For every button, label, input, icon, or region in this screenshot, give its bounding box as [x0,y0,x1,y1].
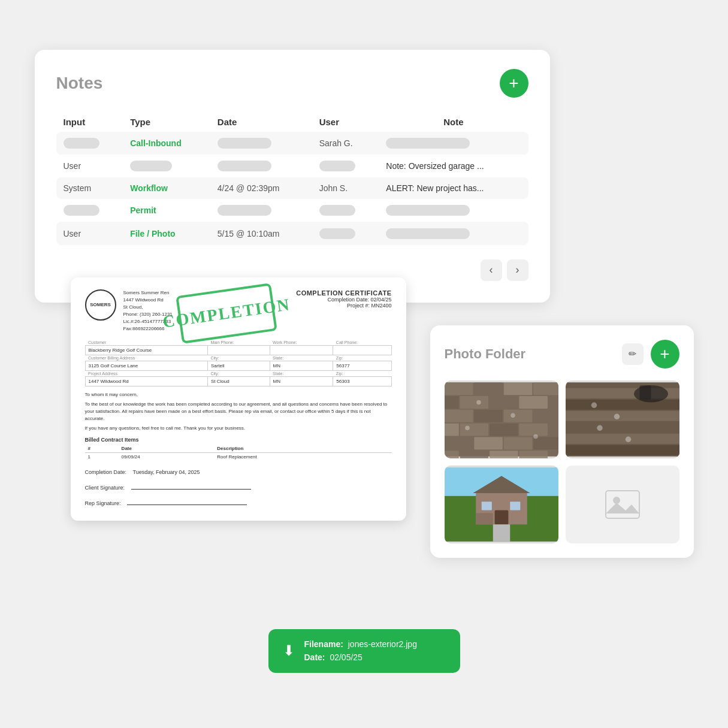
table-row: User File / Photo 5/15 @ 10:10am [56,222,528,244]
cell-input: User [56,222,123,244]
svg-rect-14 [460,423,488,436]
company-logo: SOMERS [85,289,116,321]
svg-rect-11 [503,409,532,422]
svg-rect-8 [519,396,548,409]
customer-table: Customer Main Phone: Work Phone: Call Ph… [85,340,392,386]
cell-note: Note: Oversized garage ... [379,155,528,177]
svg-rect-12 [533,409,558,422]
cell-user [312,222,379,244]
svg-rect-23 [490,451,518,458]
notes-card: Notes + Input Type Date User Note Call-I… [35,50,550,303]
svg-rect-22 [460,451,488,458]
col-user: User [312,112,379,132]
cell-type [123,155,210,177]
cell-date: 5/15 @ 10:10am [210,222,312,244]
photo-thumb-1[interactable] [445,380,558,458]
svg-rect-35 [566,445,679,455]
svg-rect-13 [445,423,459,436]
cell-date [210,132,312,155]
cell-note [379,132,528,155]
svg-rect-15 [490,423,518,436]
svg-rect-10 [474,409,503,422]
pencil-icon: ✏ [629,348,636,360]
svg-rect-4 [533,382,558,395]
notes-title: Notes [56,74,103,93]
svg-rect-17 [445,437,473,449]
svg-point-27 [465,425,470,430]
cell-type: Call-Inbound [123,132,210,155]
table-row: User Note: Oversized garage ... [56,155,528,177]
svg-rect-1 [445,382,473,395]
next-page-button[interactable]: › [507,259,528,281]
main-container: Notes + Input Type Date User Note Call-I… [35,50,694,679]
svg-point-38 [591,402,597,408]
svg-rect-7 [490,396,518,409]
cell-input [56,132,123,155]
billed-items-table: # Date Description 1 09/09/24 Roof Repla… [85,445,392,461]
col-date: Date [210,112,312,132]
notes-header: Notes + [56,69,528,98]
svg-rect-48 [510,502,520,510]
col-note: Note [379,112,528,132]
col-input: Input [56,112,123,132]
cell-input: System [56,177,123,199]
svg-rect-19 [503,437,532,449]
svg-point-25 [476,400,481,404]
completion-document: SOMERS Somers Summer Ren 1447 Wildwood R… [71,277,406,521]
file-info-text: Filename: jones-exterior2.jpg Date: 02/0… [304,638,417,664]
svg-point-40 [597,425,603,431]
add-note-button[interactable]: + [500,69,528,98]
photo-thumb-3[interactable] [445,466,558,543]
cell-date: 4/24 @ 02:39pm [210,177,312,199]
table-header-row: Input Type Date User Note [56,112,528,132]
svg-rect-50 [493,524,510,542]
svg-rect-9 [445,409,473,422]
svg-rect-3 [503,382,532,395]
table-row: Call-Inbound Sarah G. [56,132,528,155]
doc-title-block: COMPLETION CERTIFICATE Completion Date: … [296,289,391,309]
svg-rect-21 [445,451,459,458]
photo-folder-header: Photo Folder ✏ + [445,340,679,368]
svg-rect-20 [533,437,558,449]
prev-page-button[interactable]: ‹ [481,259,502,281]
cell-input [56,199,123,222]
image-placeholder-icon [605,490,641,519]
cell-note [379,199,528,222]
cell-type: Permit [123,199,210,222]
svg-point-26 [510,413,515,418]
cell-note [379,222,528,244]
doc-body: To whom it may concern, To the best of o… [85,391,392,432]
photo-thumb-2[interactable] [566,380,679,458]
photo-folder-title: Photo Folder [445,346,615,362]
svg-rect-32 [566,410,679,421]
svg-rect-47 [481,502,491,510]
cell-note: ALERT: New project has... [379,177,528,199]
svg-rect-49 [494,510,508,524]
svg-rect-52 [606,491,639,518]
table-row: Permit [56,199,528,222]
svg-rect-31 [566,399,679,409]
photo-placeholder [566,466,679,543]
cell-user: John S. [312,177,379,199]
cell-user [312,155,379,177]
svg-rect-6 [460,396,488,409]
add-photo-button[interactable]: + [651,340,679,368]
cell-input: User [56,155,123,177]
notes-table: Input Type Date User Note Call-Inbound S… [56,112,528,245]
edit-folder-button[interactable]: ✏ [622,343,644,365]
svg-point-41 [625,436,631,442]
svg-rect-5 [445,396,459,409]
cell-type: File / Photo [123,222,210,244]
table-row: System Workflow 4/24 @ 02:39pm John S. A… [56,177,528,199]
svg-point-28 [533,434,538,439]
download-icon: ⬇ [283,642,295,659]
cell-date [210,155,312,177]
doc-completion-section: Completion Date: Tuesday, February 04, 2… [85,467,392,509]
svg-rect-16 [519,423,548,436]
svg-rect-34 [566,433,679,443]
cell-type: Workflow [123,177,210,199]
file-info-bar: ⬇ Filename: jones-exterior2.jpg Date: 02… [268,629,460,673]
svg-marker-54 [606,503,639,513]
svg-rect-51 [476,513,493,524]
billed-items-title: Billed Contract Items [85,437,392,443]
